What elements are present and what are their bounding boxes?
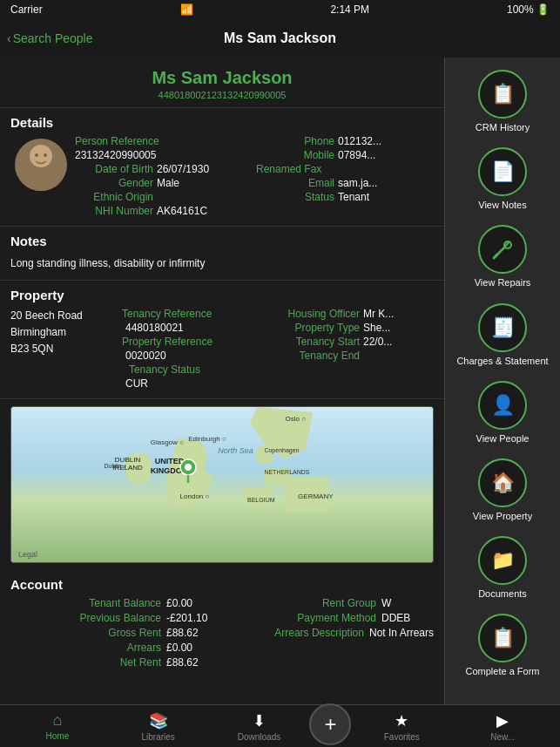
net-rent-value: £88.62 bbox=[166, 656, 219, 669]
crm-history-icon: 📋 bbox=[478, 70, 527, 119]
sidebar-item-view-repairs[interactable]: View Repairs bbox=[449, 220, 557, 294]
tenant-balance-row: Tenant Balance £0.00 bbox=[10, 597, 219, 609]
property-ref-value: 0020020 bbox=[125, 350, 166, 362]
map-section[interactable]: Oslo ○ Glasgow ○ Edinburgh ○ UNITEDKINGD… bbox=[10, 406, 434, 563]
account-col-left: Tenant Balance £0.00 Previous Balance -£… bbox=[10, 597, 219, 671]
tenant-balance-value: £0.00 bbox=[166, 597, 219, 609]
property-type-value: She... bbox=[363, 322, 390, 334]
rent-group-value: W bbox=[381, 597, 434, 609]
add-icon: + bbox=[324, 712, 336, 737]
person-ref-row: Person Reference bbox=[75, 135, 253, 147]
avatar bbox=[15, 139, 67, 191]
documents-icon: 📁 bbox=[478, 536, 527, 585]
view-notes-icon: 📄 bbox=[478, 147, 527, 196]
phone-label: Phone bbox=[256, 135, 334, 147]
property-type-label: Property Type bbox=[281, 322, 360, 334]
sidebar-item-view-property[interactable]: 🏠 View Property bbox=[449, 453, 557, 527]
back-button[interactable]: ‹ Search People bbox=[7, 31, 93, 45]
gender-row: Gender Male bbox=[75, 177, 253, 189]
address-line2: Birmingham bbox=[10, 324, 115, 341]
previous-balance-value: -£201.10 bbox=[166, 612, 219, 624]
account-section-title: Account bbox=[10, 577, 434, 592]
net-rent-label: Net Rent bbox=[10, 656, 161, 669]
phone-row: Phone 012132... bbox=[256, 135, 434, 147]
account-section: Account Tenant Balance £0.00 Previous Ba… bbox=[0, 570, 444, 678]
tenancy-status-value: CUR bbox=[125, 377, 148, 390]
payment-method-row: Payment Method DDEB bbox=[226, 612, 434, 624]
tab-downloads[interactable]: ⬇ Downloads bbox=[209, 711, 310, 742]
svg-point-1 bbox=[24, 171, 58, 191]
tenancy-ref-val-row: 4480180021 bbox=[122, 322, 274, 334]
info-col-right: Phone 012132... Mobile 07894... Renamed … bbox=[256, 135, 434, 219]
new-label: New... bbox=[490, 732, 515, 742]
sidebar-item-crm-history[interactable]: 📋 CRM History bbox=[449, 65, 557, 139]
tab-new[interactable]: ▶ New... bbox=[452, 711, 553, 742]
sidebar-item-documents[interactable]: 📁 Documents bbox=[449, 531, 557, 605]
notes-text: Long standing illness, disability or inf… bbox=[10, 254, 434, 273]
dob-value: 26/07/1930 bbox=[157, 163, 209, 175]
rent-group-label: Rent Group bbox=[226, 597, 376, 609]
map-label-germany: GERMANY bbox=[298, 492, 333, 500]
mobile-label: Mobile bbox=[256, 149, 334, 161]
svg-point-3 bbox=[44, 153, 47, 157]
details-section-title: Details bbox=[10, 115, 434, 130]
favourites-icon: ★ bbox=[395, 711, 408, 730]
tenancy-ref-row: Tenancy Reference bbox=[122, 308, 274, 320]
complete-form-label: Complete a Form bbox=[466, 666, 540, 677]
person-ref-value-row: 23132420990005 bbox=[75, 149, 253, 161]
gender-value: Male bbox=[157, 177, 179, 189]
tab-bar: ⌂ Home 📚 Libraries ⬇ Downloads + ★ Favor… bbox=[0, 704, 560, 747]
sidebar-item-charges-statement[interactable]: 🧾 Charges & Statement bbox=[449, 298, 557, 372]
property-section-title: Property bbox=[10, 288, 434, 302]
arrears-value: £0.00 bbox=[166, 642, 219, 654]
main-layout: Ms Sam Jackson 448018002123132420990005 … bbox=[0, 58, 560, 704]
view-property-label: View Property bbox=[473, 511, 532, 522]
tab-libraries[interactable]: 📚 Libraries bbox=[108, 711, 209, 742]
svg-point-5 bbox=[185, 464, 192, 471]
property-layout: 20 Beech Road Birmingham B23 5QN Tenancy… bbox=[10, 308, 434, 391]
postcode: B23 5QN bbox=[10, 341, 115, 357]
libraries-icon: 📚 bbox=[149, 711, 168, 730]
details-section: Details bbox=[0, 108, 444, 227]
person-ref-label: Person Reference bbox=[75, 135, 159, 147]
map-label-dublin: Dublin ○ bbox=[104, 463, 126, 469]
map-label-belgium: BELGIUM bbox=[247, 497, 275, 503]
libraries-label: Libraries bbox=[142, 732, 175, 742]
add-button[interactable]: + bbox=[309, 703, 351, 745]
net-rent-row: Net Rent £88.62 bbox=[10, 656, 219, 669]
property-address: 20 Beech Road Birmingham B23 5QN bbox=[10, 308, 115, 391]
sidebar-item-view-people[interactable]: 👤 View People bbox=[449, 376, 557, 450]
sidebar-item-view-notes[interactable]: 📄 View Notes bbox=[449, 142, 557, 216]
status-label: Status bbox=[256, 191, 334, 203]
sidebar-item-complete-form[interactable]: 📋 Complete a Form bbox=[449, 608, 557, 682]
person-ref-value: 23132420990005 bbox=[75, 149, 156, 161]
tenant-balance-label: Tenant Balance bbox=[10, 597, 161, 609]
mobile-value: 07894... bbox=[338, 149, 375, 161]
property-ref-label: Property Reference bbox=[122, 336, 213, 348]
tenancy-status-row: Tenancy Status bbox=[122, 363, 274, 376]
gross-rent-value: £88.62 bbox=[166, 627, 219, 639]
map-label-glasgow: Glasgow ○ bbox=[151, 438, 184, 446]
view-notes-label: View Notes bbox=[478, 200, 526, 211]
address-line1: 20 Beech Road bbox=[10, 308, 115, 324]
nhi-label: NHI Number bbox=[75, 205, 153, 217]
status-bar: Carrier 📶 2:14 PM 100% 🔋 bbox=[0, 0, 560, 19]
renamed-fax-row: Renamed Fax bbox=[256, 163, 434, 175]
renamed-fax-label: Renamed Fax bbox=[256, 163, 321, 175]
tab-home[interactable]: ⌂ Home bbox=[7, 711, 108, 741]
notes-section-title: Notes bbox=[10, 234, 434, 248]
property-ref-row: Property Reference bbox=[122, 336, 274, 348]
tab-favourites[interactable]: ★ Favorites bbox=[351, 711, 452, 742]
tenancy-start-label: Tenancy Start bbox=[281, 336, 360, 348]
person-name-heading: Ms Sam Jackson bbox=[7, 68, 437, 88]
account-layout: Tenant Balance £0.00 Previous Balance -£… bbox=[10, 597, 434, 671]
view-people-icon: 👤 bbox=[478, 381, 527, 430]
gross-rent-label: Gross Rent bbox=[10, 627, 161, 639]
map-legal-text: Legal bbox=[18, 550, 37, 559]
tenancy-start-value: 22/0... bbox=[363, 336, 392, 348]
wifi-icon: 📶 bbox=[180, 3, 193, 16]
right-sidebar: 📋 CRM History 📄 View Notes View Repairs … bbox=[444, 58, 560, 704]
view-repairs-icon bbox=[478, 225, 527, 274]
arrears-row: Arrears £0.00 bbox=[10, 642, 219, 654]
details-layout: Person Reference 23132420990005 Date of … bbox=[10, 135, 434, 219]
